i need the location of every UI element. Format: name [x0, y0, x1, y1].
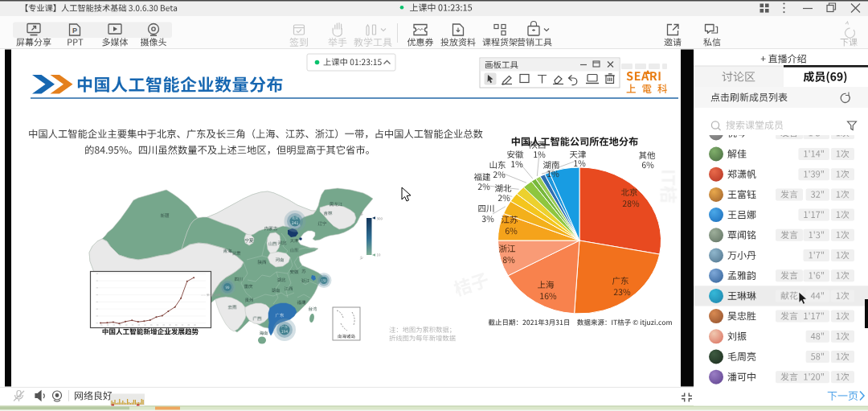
svg-text:P: P: [72, 27, 77, 35]
